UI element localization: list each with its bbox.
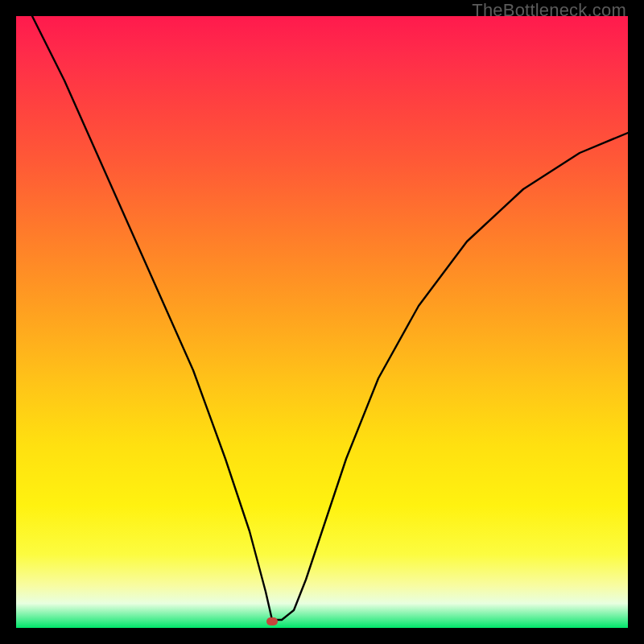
bottleneck-curve xyxy=(32,16,628,620)
chart-curve-svg xyxy=(16,16,628,628)
optimum-marker-dot xyxy=(266,617,278,625)
watermark-text: TheBottleneck.com xyxy=(472,0,626,21)
chart-frame xyxy=(16,16,628,628)
